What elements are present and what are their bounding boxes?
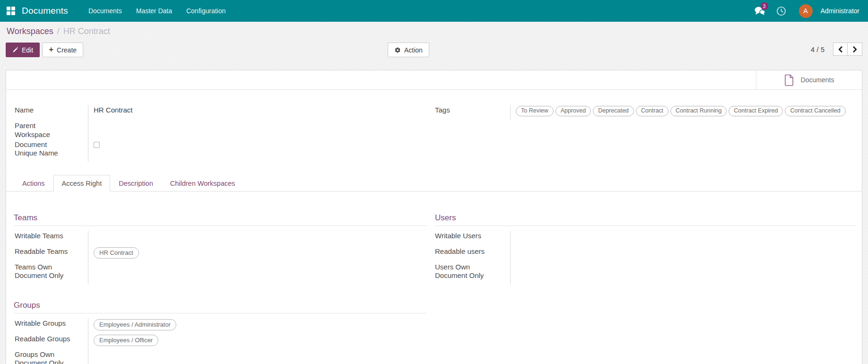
messages-icon[interactable]: 3 xyxy=(751,0,769,22)
field-tags: Tags To Review Approved Deprecated Contr… xyxy=(435,105,856,121)
field-readable-teams-value[interactable]: HR Contract xyxy=(88,246,427,262)
field-writable-groups-value[interactable]: Employees / Administrator xyxy=(88,318,427,334)
activities-clock-icon[interactable] xyxy=(773,0,790,22)
field-document-unique-name: Document Unique Name xyxy=(14,139,427,162)
field-readable-users: Readable users xyxy=(435,246,856,262)
field-readable-users-value[interactable] xyxy=(510,246,856,262)
stat-button-strip: Documents xyxy=(6,70,862,90)
field-writable-groups: Writable Groups Employees / Administrato… xyxy=(14,318,427,334)
gear-icon xyxy=(394,47,401,53)
field-parent-workspace: Parent Workspace xyxy=(14,121,427,139)
form-sheet: Documents Name HR Contract Parent Worksp… xyxy=(6,70,862,364)
edit-button[interactable]: Edit xyxy=(6,43,40,57)
field-users-own-document-only: Users Own Document Only xyxy=(435,262,856,285)
tag-chip[interactable]: Approved xyxy=(556,106,591,116)
breadcrumb-current: HR Contract xyxy=(63,26,110,36)
notebook-tabs: Actions Access Right Description Childre… xyxy=(6,175,862,191)
field-groups-own-document-only-value[interactable] xyxy=(88,349,427,364)
field-writable-users-value[interactable] xyxy=(510,231,856,246)
menu-master-data[interactable]: Master Data xyxy=(129,0,179,22)
apps-menu-icon[interactable] xyxy=(7,7,15,15)
menu-documents[interactable]: Documents xyxy=(81,0,129,22)
messages-count-badge: 3 xyxy=(761,2,768,10)
field-readable-teams: Readable Teams HR Contract xyxy=(14,246,427,262)
tag-chip[interactable]: To Review xyxy=(516,106,554,116)
field-readable-groups: Readable Groups Employees / Officer xyxy=(14,334,427,349)
readable-teams-chip[interactable]: HR Contract xyxy=(94,247,139,259)
pager-next-button[interactable] xyxy=(848,43,862,56)
chevron-left-icon xyxy=(838,46,843,52)
field-tags-label: Tags xyxy=(435,105,510,115)
pencil-icon xyxy=(12,47,18,53)
document-file-icon xyxy=(784,74,794,86)
pager-previous-button[interactable] xyxy=(833,43,848,56)
app-title[interactable]: Documents xyxy=(22,6,68,16)
top-navbar: Documents Documents Master Data Configur… xyxy=(0,0,868,22)
documents-stat-button[interactable]: Documents xyxy=(756,70,862,89)
field-writable-teams: Writable Teams xyxy=(14,231,427,246)
user-avatar[interactable]: A xyxy=(799,4,813,18)
teams-section-title: Teams xyxy=(14,213,427,226)
document-unique-name-checkbox[interactable] xyxy=(94,142,100,148)
field-name: Name HR Contract xyxy=(14,105,427,121)
systray: 3 A Administrator xyxy=(751,0,861,22)
field-teams-own-document-only-value[interactable] xyxy=(88,262,427,285)
groups-section-title: Groups xyxy=(14,301,427,313)
menu-configuration[interactable]: Configuration xyxy=(179,0,233,22)
pager: 4 / 5 xyxy=(811,43,862,56)
tab-children-workspaces[interactable]: Children Workspaces xyxy=(162,175,244,191)
tag-chip[interactable]: Contract Expired xyxy=(729,106,783,116)
action-button[interactable]: Action xyxy=(388,43,429,57)
users-section-title: Users xyxy=(435,213,856,226)
tab-description[interactable]: Description xyxy=(110,175,162,191)
breadcrumb: Workspaces / HR Contract xyxy=(0,22,868,41)
user-name[interactable]: Administrator xyxy=(821,7,859,15)
tab-actions[interactable]: Actions xyxy=(14,175,53,191)
users-section: Users Writable Users Readable users User… xyxy=(435,213,856,285)
field-name-label: Name xyxy=(14,105,88,115)
groups-section: Groups Writable Groups Employees / Admin… xyxy=(14,301,427,364)
chevron-right-icon xyxy=(852,46,858,52)
writable-groups-chip[interactable]: Employees / Administrator xyxy=(94,319,176,331)
field-document-unique-name-value xyxy=(88,139,427,162)
tag-chip[interactable]: Contract Running xyxy=(670,106,727,116)
field-writable-users: Writable Users xyxy=(435,231,856,246)
field-document-unique-name-label: Document Unique Name xyxy=(14,139,88,158)
tab-access-right[interactable]: Access Right xyxy=(53,175,111,191)
pager-count: 4 / 5 xyxy=(811,45,825,53)
field-name-value[interactable]: HR Contract xyxy=(88,105,427,121)
access-right-tab-content: Teams Writable Teams Readable Teams HR C… xyxy=(6,213,862,364)
breadcrumb-workspaces-link[interactable]: Workspaces xyxy=(7,26,53,36)
tag-chip[interactable]: Deprecated xyxy=(593,106,634,116)
teams-section: Teams Writable Teams Readable Teams HR C… xyxy=(14,213,427,285)
field-parent-workspace-value[interactable] xyxy=(88,121,427,139)
main-menu: Documents Master Data Configuration xyxy=(81,0,233,22)
breadcrumb-separator: / xyxy=(57,26,60,36)
form-top-fields: Name HR Contract Parent Workspace Docume… xyxy=(6,105,862,162)
field-parent-workspace-label: Parent Workspace xyxy=(14,121,88,139)
field-writable-teams-value[interactable] xyxy=(88,231,427,246)
plus-icon: + xyxy=(49,45,53,53)
tag-chip[interactable]: Contract xyxy=(636,106,668,116)
control-panel-buttons: Edit + Create Action 4 / 5 xyxy=(0,41,868,61)
tag-chip[interactable]: Contract Cancelled xyxy=(785,106,845,116)
readable-groups-chip[interactable]: Employees / Officer xyxy=(94,335,158,347)
field-tags-value[interactable]: To Review Approved Deprecated Contract C… xyxy=(510,105,856,121)
field-readable-groups-value[interactable]: Employees / Officer xyxy=(88,334,427,349)
field-groups-own-document-only: Groups Own Document Only xyxy=(14,349,427,364)
create-button[interactable]: + Create xyxy=(42,43,83,57)
field-users-own-document-only-value[interactable] xyxy=(510,262,856,285)
field-teams-own-document-only: Teams Own Document Only xyxy=(14,262,427,285)
